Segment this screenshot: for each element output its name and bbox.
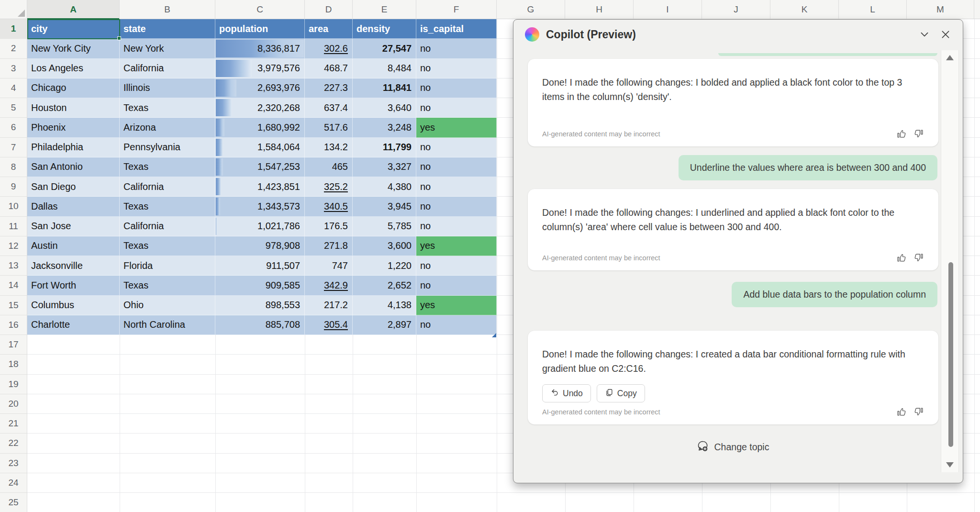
cell-is-capital[interactable]: no [416, 197, 497, 216]
close-button[interactable] [937, 26, 954, 43]
cell-area[interactable]: 517.6 [305, 118, 353, 137]
cell-density[interactable]: 11,841 [353, 78, 416, 98]
table-header-area[interactable]: area [305, 19, 353, 39]
row-header-17[interactable]: 17 [0, 335, 27, 355]
cell-city[interactable]: Jacksonville [27, 256, 120, 276]
cell-state[interactable]: Arizona [120, 118, 215, 137]
thumbs-down-button[interactable] [914, 253, 924, 263]
thumbs-up-button[interactable] [896, 407, 906, 417]
cell-state[interactable]: California [120, 177, 215, 197]
row-header-12[interactable]: 12 [0, 236, 27, 256]
cell-density[interactable]: 4,138 [353, 296, 416, 315]
cell-is-capital[interactable]: yes [416, 236, 497, 256]
cell-is-capital[interactable]: no [416, 138, 497, 157]
row-header-9[interactable]: 9 [0, 177, 27, 197]
column-header-M[interactable]: M [907, 0, 974, 19]
cell-is-capital[interactable]: no [416, 256, 497, 276]
cell-state[interactable]: Texas [120, 157, 215, 177]
cell-city[interactable]: Austin [27, 236, 120, 256]
cell-is-capital[interactable]: no [416, 98, 497, 118]
cell-density[interactable]: 5,785 [353, 217, 416, 236]
cell-city[interactable]: Fort Worth [27, 276, 120, 295]
cell-area[interactable]: 134.2 [305, 138, 353, 157]
cell-is-capital[interactable]: no [416, 315, 497, 335]
table-header-city[interactable]: city [27, 19, 120, 39]
cell-area[interactable]: 302.6 [305, 39, 353, 58]
cell-city[interactable]: San Antonio [27, 157, 120, 177]
cell-state[interactable]: Pennsylvania [120, 138, 215, 157]
cell-population[interactable]: 1,584,064 [215, 138, 305, 157]
cell-is-capital[interactable]: no [416, 39, 497, 58]
column-header-J[interactable]: J [702, 0, 770, 19]
cell-city[interactable]: San Jose [27, 217, 120, 236]
cell-city[interactable]: Columbus [27, 296, 120, 315]
table-header-population[interactable]: population [215, 19, 305, 39]
row-header-4[interactable]: 4 [0, 78, 27, 98]
thumbs-up-button[interactable] [896, 129, 906, 139]
cell-area[interactable]: 217.2 [305, 296, 353, 315]
cell-density[interactable]: 2,652 [353, 276, 416, 295]
cell-density[interactable]: 11,799 [353, 138, 416, 157]
cell-density[interactable]: 3,248 [353, 118, 416, 137]
row-header-11[interactable]: 11 [0, 217, 27, 236]
column-header-L[interactable]: L [839, 0, 907, 19]
cell-density[interactable]: 1,220 [353, 256, 416, 276]
cell-area[interactable]: 325.2 [305, 177, 353, 197]
table-header-is_capital[interactable]: is_capital [416, 19, 497, 39]
cell-population[interactable]: 909,585 [215, 276, 305, 295]
cell-population[interactable]: 911,507 [215, 256, 305, 276]
cell-city[interactable]: New York City [27, 39, 120, 58]
column-header-B[interactable]: B [120, 0, 215, 19]
cell-population[interactable]: 978,908 [215, 236, 305, 256]
cell-density[interactable]: 3,327 [353, 157, 416, 177]
cell-population[interactable]: 1,423,851 [215, 177, 305, 197]
row-header-22[interactable]: 22 [0, 434, 27, 453]
table-header-state[interactable]: state [120, 19, 215, 39]
cell-population[interactable]: 2,320,268 [215, 98, 305, 118]
cell-area[interactable]: 176.5 [305, 217, 353, 236]
scrollbar-thumb[interactable] [948, 262, 953, 447]
table-header-density[interactable]: density [353, 19, 416, 39]
cell-city[interactable]: Chicago [27, 78, 120, 98]
row-header-25[interactable]: 25 [0, 493, 27, 512]
cell-state[interactable]: Texas [120, 98, 215, 118]
row-header-19[interactable]: 19 [0, 375, 27, 394]
table-range-corner[interactable] [492, 333, 496, 337]
cell-population[interactable]: 1,547,253 [215, 157, 305, 177]
column-header-D[interactable]: D [305, 0, 353, 19]
cell-state[interactable]: North Carolina [120, 315, 215, 335]
cell-density[interactable]: 2,897 [353, 315, 416, 335]
undo-button[interactable]: Undo [542, 384, 591, 402]
cell-state[interactable]: Ohio [120, 296, 215, 315]
cell-state[interactable]: Florida [120, 256, 215, 276]
cell-state[interactable]: Texas [120, 276, 215, 295]
cell-city[interactable]: Charlotte [27, 315, 120, 335]
cell-area[interactable]: 342.9 [305, 276, 353, 295]
cell-city[interactable]: Philadelphia [27, 138, 120, 157]
cell-density[interactable]: 8,484 [353, 59, 416, 78]
cell-state[interactable]: Illinois [120, 78, 215, 98]
row-header-13[interactable]: 13 [0, 256, 27, 276]
column-header-F[interactable]: F [416, 0, 497, 19]
column-header-K[interactable]: K [770, 0, 839, 19]
cell-state[interactable]: New York [120, 39, 215, 58]
cell-density[interactable]: 3,600 [353, 236, 416, 256]
row-header-10[interactable]: 10 [0, 197, 27, 216]
row-header-21[interactable]: 21 [0, 414, 27, 434]
column-header-E[interactable]: E [353, 0, 416, 19]
row-header-18[interactable]: 18 [0, 355, 27, 374]
cell-is-capital[interactable]: no [416, 276, 497, 295]
cell-density[interactable]: 3,640 [353, 98, 416, 118]
change-topic-button[interactable]: Change topic [697, 440, 769, 455]
column-header-G[interactable]: G [497, 0, 565, 19]
row-header-3[interactable]: 3 [0, 59, 27, 78]
scroll-up-arrow-icon[interactable] [946, 55, 954, 60]
row-header-7[interactable]: 7 [0, 138, 27, 157]
scroll-down-arrow-icon[interactable] [946, 462, 954, 467]
cell-population[interactable]: 898,553 [215, 296, 305, 315]
cell-density[interactable]: 4,380 [353, 177, 416, 197]
column-header-A[interactable]: A [27, 0, 120, 19]
row-header-6[interactable]: 6 [0, 118, 27, 137]
cell-population[interactable]: 3,979,576 [215, 59, 305, 78]
cell-population[interactable]: 1,343,573 [215, 197, 305, 216]
